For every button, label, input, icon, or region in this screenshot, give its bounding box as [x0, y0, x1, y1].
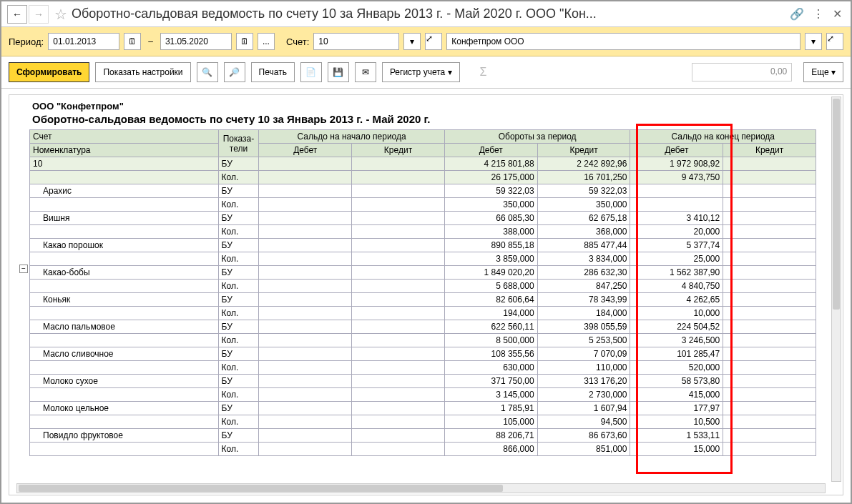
account-expand-button[interactable]: ⤢: [425, 33, 442, 50]
table-row[interactable]: КоньякБУ82 606,6478 343,994 262,65: [30, 293, 816, 307]
table-row[interactable]: Масло пальмовоеБУ622 560,11398 055,59224…: [30, 320, 816, 334]
scrollbar-vertical[interactable]: [831, 97, 841, 482]
account-input[interactable]: [313, 33, 399, 50]
table-row[interactable]: Кол.630,000110,000520,000: [30, 361, 816, 375]
table-row[interactable]: Кол.866,000851,00015,000: [30, 443, 816, 456]
table-row[interactable]: Кол.350,000350,000: [30, 198, 816, 212]
hdr-open-credit: Кредит: [352, 144, 445, 157]
account-dropdown-icon[interactable]: ▾: [403, 33, 421, 50]
table-row[interactable]: 10БУ4 215 801,882 242 892,961 972 908,92: [30, 157, 816, 171]
favorite-icon[interactable]: ☆: [54, 6, 67, 23]
filter-bar: Период: 🗓 – 🗓 ... Счет: ▾ ⤢ ▾ ⤢: [1, 27, 851, 56]
table-row[interactable]: Масло сливочноеБУ108 355,567 070,09101 2…: [30, 347, 816, 361]
forward-button[interactable]: →: [29, 5, 49, 24]
table-row[interactable]: Молоко цельноеБУ1 785,911 607,94177,97: [30, 402, 816, 415]
report-area: − ООО "Конфетпром" Оборотно-сальдовая ве…: [9, 94, 843, 495]
table-row[interactable]: Кол.26 175,00016 701,2509 473,750: [30, 171, 816, 184]
table-row[interactable]: Какао-бобыБУ1 849 020,20286 632,301 562 …: [30, 266, 816, 280]
next-search-icon[interactable]: 🔎: [224, 62, 245, 82]
hdr-turn-credit: Кредит: [537, 144, 630, 157]
hdr-opening: Сальдо на начало периода: [259, 130, 445, 144]
hdr-indicators: Показа-тели: [218, 130, 259, 157]
organization-input[interactable]: [446, 33, 800, 50]
report-table: Счет Показа-тели Сальдо на начало период…: [29, 129, 816, 456]
hdr-open-debit: Дебет: [259, 144, 352, 157]
org-expand-button[interactable]: ⤢: [826, 33, 843, 50]
table-row[interactable]: Кол.388,000368,00020,000: [30, 225, 816, 239]
table-row[interactable]: Кол.105,00094,50010,500: [30, 415, 816, 429]
preview-icon[interactable]: 📄: [300, 62, 322, 82]
table-row[interactable]: Какао порошокБУ890 855,18885 477,445 377…: [30, 239, 816, 252]
register-button[interactable]: Регистр учета ▾: [382, 62, 460, 82]
menu-icon[interactable]: ⋮: [813, 7, 824, 21]
table-row[interactable]: Молоко сухоеБУ371 750,00313 176,2058 573…: [30, 375, 816, 388]
table-row[interactable]: АрахисБУ59 322,0359 322,03: [30, 184, 816, 198]
more-button[interactable]: Еще ▾: [803, 62, 843, 82]
hdr-turnover: Обороты за период: [444, 130, 630, 144]
window-title: Оборотно-сальдовая ведомость по счету 10…: [72, 6, 790, 21]
table-row[interactable]: ВишняБУ66 085,3062 675,183 410,12: [30, 212, 816, 225]
sum-display: 0,00: [692, 63, 792, 81]
sigma-icon: Σ: [480, 66, 487, 79]
table-row[interactable]: Кол.8 500,0005 253,5003 246,500: [30, 334, 816, 347]
table-row[interactable]: Кол.3 145,0002 730,000415,000: [30, 388, 816, 402]
period-label: Период:: [9, 36, 44, 47]
hdr-account: Счет: [30, 130, 219, 144]
period-select-button[interactable]: ...: [258, 33, 275, 50]
company-name: ООО "Конфетпром": [29, 98, 843, 113]
close-icon[interactable]: ✕: [833, 7, 842, 21]
scrollbar-horizontal[interactable]: [16, 483, 826, 493]
email-icon[interactable]: ✉: [355, 62, 376, 82]
show-settings-button[interactable]: Показать настройки: [95, 62, 190, 82]
search-icon[interactable]: 🔍: [197, 62, 218, 82]
org-dropdown-icon[interactable]: ▾: [805, 33, 822, 50]
save-icon[interactable]: 💾: [328, 62, 349, 82]
toolbar: Сформировать Показать настройки 🔍 🔎 Печа…: [1, 56, 851, 89]
print-button[interactable]: Печать: [251, 62, 295, 82]
collapse-handle[interactable]: −: [19, 265, 28, 273]
hdr-closing: Сальдо на конец периода: [630, 130, 816, 144]
hdr-close-credit: Кредит: [723, 144, 816, 157]
table-row[interactable]: Кол.3 859,0003 834,00025,000: [30, 252, 816, 266]
hdr-close-debit: Дебет: [630, 144, 723, 157]
date-from-calendar-icon[interactable]: 🗓: [124, 33, 141, 50]
table-row[interactable]: Кол.5 688,000847,2504 840,750: [30, 280, 816, 293]
account-label: Счет:: [286, 36, 309, 47]
date-to-calendar-icon[interactable]: 🗓: [236, 33, 253, 50]
date-to-input[interactable]: [160, 33, 232, 50]
date-from-input[interactable]: [48, 33, 119, 50]
link-icon[interactable]: 🔗: [790, 7, 804, 21]
hdr-nomenclature: Номенклатура: [30, 144, 219, 157]
form-button[interactable]: Сформировать: [9, 62, 89, 82]
table-row[interactable]: Кол.194,000184,00010,000: [30, 307, 816, 320]
report-title: Оборотно-сальдовая ведомость по счету 10…: [29, 113, 843, 129]
table-row[interactable]: Повидло фруктовоеБУ88 206,7186 673,601 5…: [30, 429, 816, 443]
back-button[interactable]: ←: [7, 5, 27, 24]
titlebar: ← → ☆ Оборотно-сальдовая ведомость по сч…: [1, 1, 851, 27]
hdr-turn-debit: Дебет: [444, 144, 537, 157]
